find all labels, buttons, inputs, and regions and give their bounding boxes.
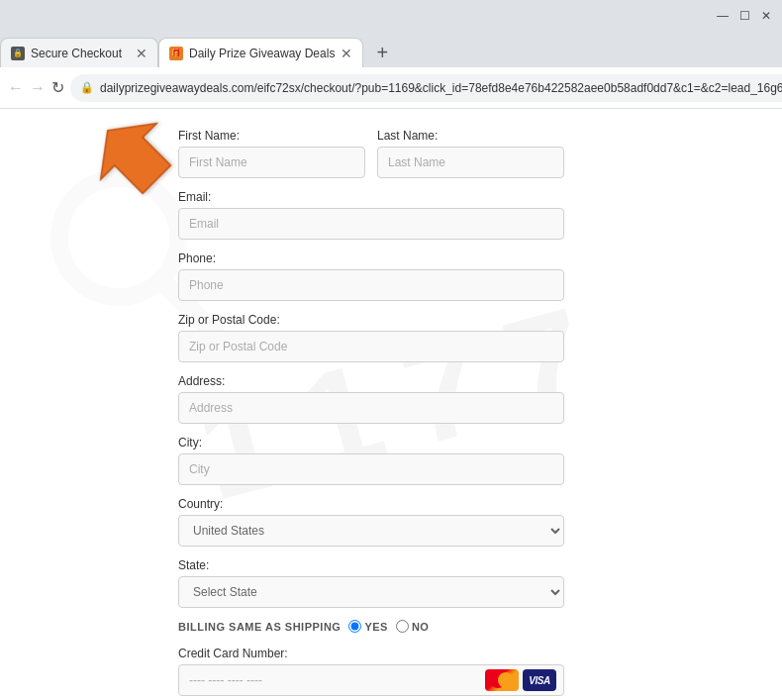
- address-input[interactable]: [178, 392, 564, 424]
- billing-yes-label[interactable]: YES: [348, 620, 388, 633]
- form-container: First Name: Last Name: Email: Phone:: [0, 109, 594, 700]
- zip-input[interactable]: [178, 331, 564, 362]
- address-label: Address:: [178, 374, 564, 388]
- new-tab-button[interactable]: +: [367, 38, 397, 67]
- zip-row: Zip or Postal Code:: [178, 313, 564, 362]
- city-label: City:: [178, 436, 564, 450]
- maximize-button[interactable]: ☐: [736, 8, 752, 24]
- cc-number-label: Credit Card Number:: [178, 647, 564, 660]
- city-row: City:: [178, 436, 564, 485]
- phone-label: Phone:: [178, 251, 564, 265]
- browser-window: — ☐ ✕ 🔒 Secure Checkout ✕ 🎁 Daily Prize …: [0, 0, 782, 700]
- address-group: Address:: [178, 374, 564, 424]
- tab-label-secure-checkout: Secure Checkout: [31, 47, 130, 60]
- zip-group: Zip or Postal Code:: [178, 313, 564, 362]
- address-row: Address:: [178, 374, 564, 424]
- country-label: Country:: [178, 497, 564, 511]
- visa-icon: VISA: [523, 669, 556, 691]
- title-bar: — ☐ ✕: [0, 0, 782, 32]
- phone-row: Phone:: [178, 251, 564, 301]
- tab-close-secure-checkout[interactable]: ✕: [136, 46, 147, 61]
- tab-daily-prize[interactable]: 🎁 Daily Prize Giveaway Deals ✕: [158, 38, 363, 67]
- mastercard-icon: [485, 669, 519, 691]
- nav-bar: ← → ↻ 🔒 dailyprizegiveawaydeals.com/eifc…: [0, 67, 782, 109]
- email-input[interactable]: [178, 208, 564, 240]
- zip-label: Zip or Postal Code:: [178, 313, 564, 327]
- billing-no-radio[interactable]: [396, 620, 409, 633]
- last-name-input[interactable]: [377, 147, 564, 178]
- cc-icons: VISA: [485, 669, 556, 691]
- phone-input[interactable]: [178, 269, 564, 301]
- billing-yes-text: YES: [364, 621, 388, 633]
- state-group: State: Select State: [178, 558, 564, 608]
- country-row: Country: United States: [178, 497, 564, 547]
- last-name-group: Last Name:: [377, 129, 564, 178]
- tab-favicon-daily-prize: 🎁: [169, 47, 183, 60]
- cc-number-row: Credit Card Number: VISA: [178, 647, 564, 696]
- first-name-group: First Name:: [178, 129, 365, 178]
- billing-row: BILLING SAME AS SHIPPING YES NO: [178, 620, 564, 633]
- address-bar[interactable]: 🔒 dailyprizegiveawaydeals.com/eifc72sx/c…: [70, 74, 782, 102]
- billing-label: BILLING SAME AS SHIPPING: [178, 621, 341, 633]
- state-label: State:: [178, 558, 564, 572]
- address-text: dailyprizegiveawaydeals.com/eifc72sx/che…: [100, 81, 782, 95]
- cc-number-group: Credit Card Number: VISA: [178, 647, 564, 696]
- country-select[interactable]: United States: [178, 515, 564, 547]
- email-row: Email:: [178, 190, 564, 240]
- close-button[interactable]: ✕: [758, 8, 774, 24]
- first-name-label: First Name:: [178, 129, 365, 143]
- tab-favicon-lock: 🔒: [11, 47, 25, 60]
- phone-group: Phone:: [178, 251, 564, 301]
- cc-input-wrap: VISA: [178, 664, 564, 696]
- state-select[interactable]: Select State: [178, 576, 564, 608]
- email-label: Email:: [178, 190, 564, 204]
- billing-yes-radio[interactable]: [348, 620, 361, 633]
- first-name-input[interactable]: [178, 147, 365, 178]
- country-group: Country: United States: [178, 497, 564, 547]
- city-group: City:: [178, 436, 564, 485]
- billing-no-text: NO: [412, 621, 430, 633]
- billing-no-label[interactable]: NO: [396, 620, 430, 633]
- last-name-label: Last Name:: [377, 129, 564, 143]
- page-content: 1 1 7 7 First Name:: [0, 109, 782, 700]
- city-input[interactable]: [178, 453, 564, 485]
- forward-button[interactable]: →: [30, 74, 46, 102]
- address-lock-icon: 🔒: [80, 81, 94, 94]
- name-row: First Name: Last Name:: [178, 129, 564, 178]
- tab-bar: 🔒 Secure Checkout ✕ 🎁 Daily Prize Giveaw…: [0, 32, 782, 67]
- tab-label-daily-prize: Daily Prize Giveaway Deals: [189, 47, 335, 60]
- tab-close-daily-prize[interactable]: ✕: [341, 46, 352, 61]
- email-group: Email:: [178, 190, 564, 240]
- reload-button[interactable]: ↻: [51, 74, 64, 102]
- state-row: State: Select State: [178, 558, 564, 608]
- minimize-button[interactable]: —: [715, 8, 731, 24]
- tab-secure-checkout[interactable]: 🔒 Secure Checkout ✕: [0, 38, 158, 67]
- back-button[interactable]: ←: [8, 74, 24, 102]
